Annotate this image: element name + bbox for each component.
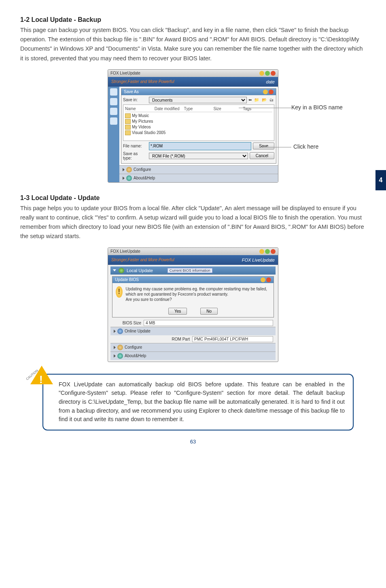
save-as-screenshot: FOX LiveUpdate Stronger,Faster and More …: [108, 69, 278, 183]
col-date[interactable]: Date modified: [155, 107, 184, 111]
sidebar-icon[interactable]: [110, 117, 117, 125]
close-icon[interactable]: [271, 249, 276, 254]
folder-item[interactable]: My Pictures: [125, 119, 272, 124]
save-in-select[interactable]: Documents: [149, 97, 247, 103]
folder-item[interactable]: Visual Studio 2005: [125, 130, 272, 136]
callout-key-in-name: Key in a BIOS name: [291, 104, 343, 111]
update-icon: [119, 268, 124, 273]
folder-icon: [125, 130, 131, 135]
save-in-label: Save in:: [123, 98, 147, 102]
warning-icon: !: [116, 286, 123, 298]
update-confirm-dialog: Update BIOS ! Updating may cause some pr…: [112, 276, 274, 317]
folder-icon: [125, 113, 131, 118]
section-1-2-heading: 1-2 Local Update - Backup: [20, 16, 366, 23]
col-size[interactable]: Size: [213, 107, 243, 111]
folder-icon: [125, 125, 131, 130]
savetype-label: Save as type:: [123, 151, 147, 160]
chevron-down-icon[interactable]: [113, 269, 116, 271]
warning-triangle-icon: [30, 366, 53, 384]
file-list[interactable]: Name Date modified Type Size Tags My Mus…: [123, 104, 274, 141]
no-button[interactable]: No: [200, 308, 218, 315]
chevron-right-icon: [123, 168, 125, 171]
save-button[interactable]: Save: [253, 143, 274, 149]
expand-about[interactable]: About&Help: [110, 352, 276, 360]
callout-line: [263, 147, 291, 147]
filename-label: File name:: [123, 144, 147, 148]
expand-configure[interactable]: Configure: [110, 343, 276, 352]
save-as-dialog: Save As Save in: Documents ⬅ 📁 📂 🗂 Name …: [121, 88, 276, 164]
gear-icon: [117, 345, 123, 350]
folder-item[interactable]: My Music: [125, 113, 272, 119]
minimize-icon[interactable]: [259, 71, 264, 76]
update-bios-screenshot: FOX LiveUpdate Stronger,Faster and More …: [108, 247, 278, 362]
callout-click-here: Click here: [293, 143, 318, 150]
msgbox-text: Updating may cause some problems eg. the…: [126, 286, 270, 302]
app-title: FOX LiveUpdate: [110, 71, 140, 75]
sidebar-icon[interactable]: [110, 108, 117, 115]
section-1-3-body: This page helps you to update your BIOS …: [20, 204, 366, 241]
chevron-right-icon: [114, 346, 116, 349]
help-icon: [117, 353, 123, 359]
sidebar-icon[interactable]: [110, 88, 117, 96]
section-1-3-heading: 1-3 Local Update - Update: [20, 194, 366, 202]
app-logo-partial: date: [266, 79, 275, 84]
callout-line: [239, 108, 291, 108]
app-slogan: Stronger,Faster and More Powerful: [111, 79, 174, 84]
app-slogan: Stronger,Faster and More Powerful: [111, 258, 174, 262]
minimize-icon[interactable]: [259, 249, 264, 254]
group-label: Current BIOS information: [168, 268, 212, 273]
caution-text: FOX LiveUpdate can automatically backup …: [59, 381, 345, 423]
chevron-right-icon: [114, 354, 116, 358]
minimize-icon[interactable]: [261, 277, 265, 282]
msgbox-title: Update BIOS: [115, 277, 139, 282]
window-controls: [259, 249, 276, 254]
toolbar-icons[interactable]: ⬅ 📁 📂 🗂: [248, 98, 274, 102]
col-name[interactable]: Name: [125, 107, 155, 111]
rom-part-label: ROM Part: [161, 337, 190, 341]
minimize-icon[interactable]: [263, 89, 268, 94]
expand-about[interactable]: About&Help: [119, 174, 278, 182]
caution-box: CAUTION FOX LiveUpdate can automatically…: [42, 374, 354, 430]
expand-configure[interactable]: Configure: [119, 165, 278, 174]
chevron-right-icon: [114, 330, 116, 333]
col-type[interactable]: Type: [184, 107, 214, 111]
filename-input[interactable]: [149, 142, 251, 150]
window-controls: [259, 71, 276, 76]
page-number: 63: [20, 439, 366, 445]
savetype-select[interactable]: ROM File (*.ROM): [149, 153, 248, 159]
folder-icon: [125, 119, 131, 124]
app-title: FOX LiveUpdate: [110, 249, 140, 254]
chapter-side-tab: 4: [375, 170, 386, 190]
bios-size-value: 4 MB: [144, 320, 273, 326]
close-icon[interactable]: [266, 277, 271, 282]
cancel-button[interactable]: Cancel: [250, 152, 274, 159]
local-update-label[interactable]: Local Update: [127, 268, 153, 273]
help-icon: [126, 175, 132, 181]
dialog-title: Save As: [124, 89, 139, 94]
yes-button[interactable]: Yes: [168, 308, 187, 315]
col-tags[interactable]: Tags: [243, 107, 272, 111]
close-icon[interactable]: [269, 89, 274, 94]
app-logo: FOX LiveUpdate: [242, 258, 275, 262]
expand-online-update[interactable]: Online Update: [110, 327, 276, 335]
folder-item[interactable]: My Videos: [125, 124, 272, 130]
bios-size-label: BIOS Size: [113, 321, 141, 325]
chevron-right-icon: [123, 177, 125, 180]
rom-part-value: PMC Pm49FL004T LPC/FWH: [192, 336, 273, 342]
maximize-icon[interactable]: [265, 71, 270, 76]
gear-icon: [126, 167, 132, 173]
sidebar-icons: [108, 87, 119, 182]
section-1-2-body: This page can backup your system BIOS. Y…: [20, 26, 366, 63]
maximize-icon[interactable]: [265, 249, 270, 254]
sidebar-icon[interactable]: [110, 98, 117, 105]
close-icon[interactable]: [271, 71, 276, 76]
globe-icon: [117, 328, 123, 334]
